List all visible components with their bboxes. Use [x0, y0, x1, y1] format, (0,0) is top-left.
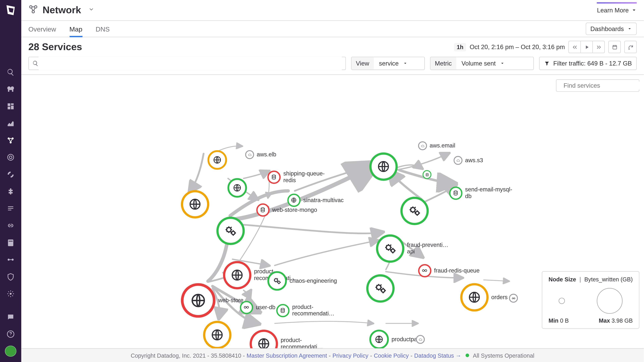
view-value[interactable]: service	[374, 57, 424, 69]
search-input[interactable]	[38, 57, 342, 70]
topbar: Network Learn More	[21, 0, 644, 21]
node-label: fraud-redis-queue	[434, 268, 480, 274]
nav-watchdog-icon[interactable]	[5, 84, 16, 95]
svg-rect-12	[613, 45, 616, 49]
footer-link-status[interactable]: Datadog Status →	[414, 352, 461, 359]
link-icon	[418, 264, 431, 277]
nav-notebooks-icon[interactable]	[5, 237, 16, 248]
globe-icon	[208, 150, 227, 170]
db-icon	[422, 170, 432, 179]
tab-map[interactable]: Map	[70, 21, 82, 37]
node-orders[interactable]: orders	[460, 283, 508, 311]
time-calendar-button[interactable]	[608, 41, 621, 53]
globe-icon	[203, 321, 232, 348]
nav-infrastructure-icon[interactable]	[5, 135, 16, 146]
nav-metrics-icon[interactable]	[5, 118, 16, 129]
node-label: send-email-mysql-db	[465, 187, 514, 200]
globe-icon	[228, 178, 247, 198]
node-aws-s3[interactable]: aws.s3	[454, 156, 483, 165]
node-fraud-prevention-api[interactable]: fraud-preventi… api	[376, 234, 456, 263]
svg-point-2	[10, 141, 12, 143]
time-refresh-button[interactable]	[624, 41, 636, 53]
node-product-recommendati-2[interactable]: product-recommendati…	[250, 330, 330, 348]
globe-icon	[250, 330, 278, 348]
db-icon	[276, 304, 290, 317]
nav-goals-icon[interactable]	[5, 152, 16, 163]
dashboards-label: Dashboards	[590, 25, 624, 32]
node-unlabeled-grey-link[interactable]	[509, 294, 518, 303]
node-aws-elb[interactable]: aws.elb	[245, 150, 276, 159]
time-range[interactable]: Oct 20, 2:16 pm – Oct 20, 3:16 pm	[470, 43, 565, 50]
node-unlabeled-green-big[interactable]	[369, 152, 398, 181]
node-unlabeled-green-gears-2[interactable]	[400, 197, 429, 225]
node-label: product-recommendati…	[281, 337, 330, 348]
page-title-chevron-icon[interactable]	[88, 6, 94, 14]
time-preset[interactable]: 1h	[454, 43, 466, 51]
nav-apm-icon[interactable]	[5, 169, 16, 180]
node-web-store-mongo[interactable]: web-store-mongo	[256, 203, 317, 217]
footer-link-cookie[interactable]: Cookie Policy	[374, 352, 409, 359]
nav-chat-icon[interactable]	[5, 312, 16, 323]
search-box[interactable]	[28, 57, 346, 70]
node-unlabeled-green-tiny[interactable]	[422, 170, 432, 179]
time-back-button[interactable]	[569, 41, 581, 53]
caret-down-icon	[500, 61, 504, 65]
footer-link-msa[interactable]: Master Subscription Agreement	[246, 352, 327, 359]
svg-point-10	[34, 6, 37, 8]
view-label: View	[352, 57, 374, 69]
time-forward-button[interactable]	[593, 41, 604, 53]
node-product-recommendati-db[interactable]: product-recommendati…	[276, 304, 341, 317]
time-play-button[interactable]	[581, 41, 593, 53]
footer-copyright: Copyright Datadog, Inc. 2021 - 35.580841…	[131, 352, 245, 359]
node-unlabeled-yellow-1[interactable]	[208, 150, 227, 170]
metric-value[interactable]: Volume sent	[456, 57, 533, 69]
node-unlabeled-grey-tiny[interactable]	[416, 335, 425, 344]
nav-help-icon[interactable]	[5, 329, 16, 340]
nav-rum-icon[interactable]	[5, 289, 16, 299]
node-productpage[interactable]: productpage	[369, 330, 424, 348]
svg-point-7	[10, 293, 12, 295]
datadog-logo[interactable]	[4, 3, 17, 17]
node-unlabeled-green-1[interactable]	[228, 178, 247, 198]
nav-dashboards-icon[interactable]	[5, 101, 16, 112]
dashboards-button[interactable]: Dashboards	[586, 23, 636, 35]
node-unlabeled-green-gears-3[interactable]	[366, 274, 394, 303]
cloud-icon	[418, 141, 427, 150]
search-icon	[32, 60, 38, 66]
caret-down-icon	[632, 7, 637, 13]
footer-link-privacy[interactable]: Privacy Policy	[332, 352, 368, 359]
view-selector: View service	[351, 57, 425, 70]
tab-map-label: Map	[70, 25, 82, 32]
node-user-db[interactable]: user-db	[240, 301, 276, 314]
user-avatar[interactable]	[5, 346, 16, 357]
nav-integrations-icon[interactable]	[5, 186, 16, 197]
node-fraud-redis-queue[interactable]: fraud-redis-queue	[418, 264, 480, 277]
nav-links-icon[interactable]	[5, 220, 16, 231]
globe-icon	[181, 190, 209, 218]
network-map[interactable]: Node Size | Bytes_written (GB) Min 0 B M…	[21, 75, 644, 348]
status-dot-icon	[466, 354, 469, 357]
nav-search-icon[interactable]	[5, 67, 16, 78]
metric-value-text: Volume sent	[462, 60, 496, 67]
db-icon	[267, 171, 280, 184]
cloud-icon	[245, 150, 254, 159]
learn-more-button[interactable]: Learn More	[597, 7, 637, 14]
node-unlabeled-green-gears[interactable]	[216, 217, 245, 245]
nav-ci-icon[interactable]	[5, 254, 16, 265]
node-unlabeled-yellow-2[interactable]	[181, 190, 209, 218]
node-unlabeled-yellow-3[interactable]	[203, 321, 232, 348]
tab-overview[interactable]: Overview	[28, 21, 56, 37]
db-icon	[449, 187, 462, 200]
node-send-email-mysql-db[interactable]: send-email-mysql-db	[449, 187, 514, 200]
node-chaos-engineering[interactable]: chaos-engineering	[267, 271, 337, 291]
time-step-group	[568, 41, 605, 53]
cloud-icon	[454, 156, 462, 165]
node-aws-email[interactable]: aws.email	[418, 141, 455, 150]
footer: Copyright Datadog, Inc. 2021 - 35.580841…	[21, 348, 644, 362]
nav-logs-icon[interactable]	[5, 203, 16, 214]
node-shipping-queue-redis[interactable]: shipping-queue-redis	[267, 171, 332, 184]
node-web-store[interactable]: web-store	[181, 283, 244, 318]
tab-dns[interactable]: DNS	[96, 21, 110, 37]
nav-security-icon[interactable]	[5, 271, 16, 282]
filter-traffic-button[interactable]: Filter traffic: 649 B - 12.7 GB	[539, 57, 636, 70]
